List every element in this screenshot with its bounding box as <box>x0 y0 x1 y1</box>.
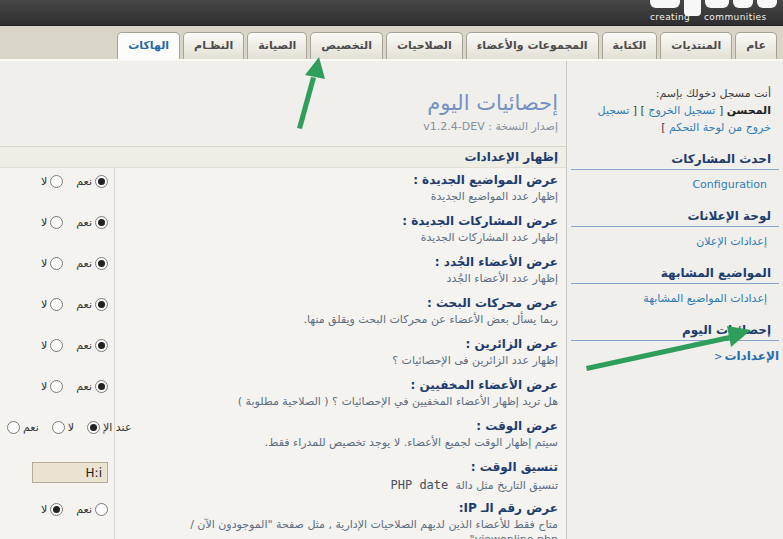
setting-row-show-visitors: عرض الزائرين : إظهار عدد الزائرين فى الإ… <box>0 332 566 373</box>
setting-row-show-ip: عرض رقم الـ IP: متاح فقط للأعضاء الذين ل… <box>0 496 566 539</box>
tab-system[interactable]: النظـام <box>183 32 244 59</box>
radio-label: نعم <box>76 257 92 270</box>
login-status: أنت مسجل دخولك بإسم: المحسن [ تسجيل الخر… <box>567 85 783 136</box>
radio-icon[interactable] <box>52 421 65 434</box>
radio-option[interactable]: لا <box>52 421 74 434</box>
radio-icon[interactable] <box>50 380 63 393</box>
tab-permissions[interactable]: الصلاحيات <box>386 32 463 59</box>
setting-text-cell: عرض الوقت : سيتم إظهار الوقت لجميع الأعض… <box>115 414 566 455</box>
tab-label: المجموعات والأعضاء <box>477 39 588 52</box>
tab-label: الصلاحيات <box>397 39 452 52</box>
bracket: [ <box>719 104 723 117</box>
tab-label: الصيانة <box>258 39 296 52</box>
radio-option[interactable]: لا <box>41 339 63 352</box>
radio-label: نعم <box>76 175 92 188</box>
setting-desc: متاح فقط للأعضاء الذين لديهم الصلاحيات ا… <box>127 518 558 539</box>
radio-selected-icon[interactable] <box>50 503 63 516</box>
login-line: المحسن [ تسجيل الخروج ] [ تسجيل خروج من … <box>575 102 771 136</box>
radio-label: نعم <box>23 421 39 434</box>
link-announcement-settings[interactable]: إعدادات الإعلان <box>696 235 767 248</box>
setting-desc: إظهار عدد الأعضاء الجُدد <box>127 272 558 287</box>
tab-hacks[interactable]: الهاكات <box>117 32 180 59</box>
radio-icon[interactable] <box>7 421 20 434</box>
radio-icon[interactable] <box>50 257 63 270</box>
logout-link[interactable]: تسجيل الخروج <box>648 104 715 117</box>
radio-option[interactable]: لا <box>41 257 63 270</box>
setting-text-cell: عرض الأعضاء الجُدد : إظهار عدد الأعضاء ا… <box>115 250 566 291</box>
top-bar: creating communities <box>0 0 783 26</box>
setting-control-cell: نعملاعند الإ <box>0 414 115 455</box>
version-label: إصدار النسخة : v1.2.4-DEV <box>0 120 558 133</box>
link-similar-topics-settings[interactable]: إعدادات المواضيع المشابهة <box>643 292 767 305</box>
radio-option[interactable]: لا <box>41 503 63 516</box>
radio-option[interactable]: عند الإ <box>87 421 131 434</box>
bracket: ] <box>640 104 644 117</box>
radio-label: نعم <box>76 380 92 393</box>
radio-icon[interactable] <box>50 175 63 188</box>
tab-general[interactable]: عام <box>735 32 777 59</box>
main-content: إحصائيات اليوم إصدار النسخة : v1.2.4-DEV… <box>0 61 566 539</box>
radio-option[interactable]: نعم <box>7 421 39 434</box>
sidebar-item-announcements-board: إعدادات الإعلان <box>567 232 783 250</box>
sidebar-section-links: إعدادات المواضيع المشابهة <box>567 289 783 307</box>
setting-row-time-format: تنسيق الوقت : تنسيق التاريخ مثل دالة PHP… <box>0 455 566 496</box>
radio-option[interactable]: نعم <box>76 339 108 352</box>
radio-option[interactable]: لا <box>41 175 63 188</box>
sidebar: أنت مسجل دخولك بإسم: المحسن [ تسجيل الخر… <box>566 61 783 539</box>
logo-slogan-word: communities <box>704 12 767 22</box>
radio-selected-icon[interactable] <box>87 421 100 434</box>
radio-selected-icon[interactable] <box>95 298 108 311</box>
radio-label: لا <box>68 421 74 434</box>
radio-icon[interactable] <box>50 339 63 352</box>
sidebar-section-title: إحصائيات اليوم <box>571 323 779 341</box>
radio-icon[interactable] <box>95 503 108 516</box>
tab-customization[interactable]: التخصيص <box>310 32 383 59</box>
setting-row-show-search-engines: عرض محركات البحث : ربما يسأل بعض الأعضاء… <box>0 291 566 332</box>
setting-label: عرض محركات البحث : <box>127 296 558 310</box>
setting-desc: إظهار عدد المواضيع الجديدة <box>127 190 558 205</box>
setting-label: عرض الوقت : <box>127 419 558 433</box>
radio-icon[interactable] <box>50 298 63 311</box>
tab-forums[interactable]: المنتديات <box>660 32 732 59</box>
logo-shape <box>650 0 680 8</box>
setting-label: عرض المشاركات الجديدة : <box>127 214 558 228</box>
login-prefix: أنت مسجل دخولك بإسم: <box>575 85 771 102</box>
radio-option[interactable]: لا <box>41 298 63 311</box>
sidebar-item-similar-topics: إعدادات المواضيع المشابهة <box>567 289 783 307</box>
radio-selected-icon[interactable] <box>95 175 108 188</box>
tab-writing[interactable]: الكتابة <box>602 32 658 59</box>
logo-shape <box>757 0 777 8</box>
radio-option[interactable]: نعم <box>76 257 108 270</box>
radio-label: لا <box>41 380 47 393</box>
radio-selected-icon[interactable] <box>95 339 108 352</box>
setting-label: عرض الزائرين : <box>127 337 558 351</box>
link-settings[interactable]: الإعدادات <box>724 349 779 363</box>
radio-selected-icon[interactable] <box>95 216 108 229</box>
tab-maintenance[interactable]: الصيانة <box>247 32 307 59</box>
setting-row-show-new-posts: عرض المشاركات الجديدة : إظهار عدد المشار… <box>0 209 566 250</box>
link-configuration[interactable]: Configuration <box>692 178 767 191</box>
radio-option[interactable]: نعم <box>76 380 108 393</box>
radio-selected-icon[interactable] <box>95 257 108 270</box>
radio-option[interactable]: نعم <box>76 503 108 516</box>
radio-option[interactable]: لا <box>41 380 63 393</box>
settings-panel: إظهار الإعدادات عرض المواضيع الجديدة : إ… <box>0 146 566 539</box>
page-title: إحصائيات اليوم <box>0 91 558 115</box>
setting-desc: هل تريد إظهار الأعضاء المخفيين في الإحصا… <box>127 395 558 410</box>
tab-label: الكتابة <box>613 39 647 52</box>
setting-row-show-new-members: عرض الأعضاء الجُدد : إظهار عدد الأعضاء ا… <box>0 250 566 291</box>
radio-icon[interactable] <box>50 216 63 229</box>
radio-option[interactable]: لا <box>41 216 63 229</box>
sidebar-section-similar-topics: المواضيع المشابهة إعدادات المواضيع المشا… <box>567 266 783 307</box>
radio-option[interactable]: نعم <box>76 216 108 229</box>
radio-selected-icon[interactable] <box>95 380 108 393</box>
time-format-input[interactable] <box>32 462 108 483</box>
setting-control-cell: لانعم <box>0 373 115 414</box>
radio-label: لا <box>41 257 47 270</box>
username: المحسن <box>727 104 771 117</box>
sidebar-section-today-statistics: إحصائيات اليوم الإعدادات< <box>567 323 783 365</box>
radio-option[interactable]: نعم <box>76 175 108 188</box>
tab-groups-members[interactable]: المجموعات والأعضاء <box>466 32 599 59</box>
content-area: أنت مسجل دخولك بإسم: المحسن [ تسجيل الخر… <box>0 61 783 539</box>
radio-option[interactable]: نعم <box>76 298 108 311</box>
